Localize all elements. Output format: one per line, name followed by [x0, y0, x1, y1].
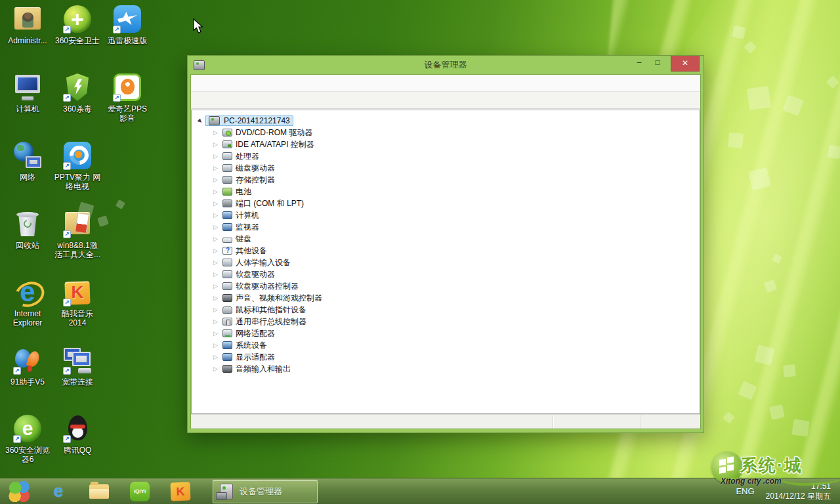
menu-item[interactable] — [220, 81, 233, 86]
language-indicator[interactable]: ENG — [736, 486, 754, 496]
desktop-icon-label: 爱奇艺PPS 影音 — [108, 104, 147, 123]
expander-icon[interactable] — [213, 200, 220, 207]
device-tree-pane[interactable]: PC-201412121743 DVD/CD-ROM 驱动器 IDE ATA/A… — [191, 110, 700, 414]
expander-icon[interactable] — [213, 247, 220, 255]
display-adapter-icon — [222, 353, 232, 361]
desktop-icon[interactable]: K 酷我音乐 2014 — [52, 277, 102, 345]
tree-root-item[interactable]: PC-201412121743 — [192, 115, 700, 127]
taskbar-task-device-manager[interactable]: 设备管理器 — [213, 480, 318, 503]
tree-item[interactable]: 计算机 — [192, 209, 700, 221]
tree-item-label: 其他设备 — [236, 245, 267, 257]
desktop-icon[interactable]: 腾讯QQ — [52, 413, 102, 482]
desktop-icon-label: 迅雷极速版 — [108, 36, 147, 45]
desktop-icon[interactable]: 迅雷极速版 — [102, 4, 152, 72]
desktop-icon[interactable]: 网络 — [3, 140, 52, 209]
expander-icon[interactable] — [213, 188, 220, 196]
expander-icon[interactable] — [213, 330, 220, 337]
tree-item[interactable]: 监视器 — [192, 221, 700, 233]
desktop-icon-label: 腾讯QQ — [64, 446, 92, 455]
expander-icon[interactable] — [213, 318, 220, 326]
tree-item[interactable]: 其他设备 — [192, 245, 700, 257]
expander-icon[interactable] — [213, 283, 220, 290]
broadband-icon — [62, 345, 93, 375]
desktop-icon-label: 360杀毒 — [63, 104, 92, 114]
minimize-button[interactable]: – — [630, 56, 648, 70]
desktop-icon[interactable]: 360杀毒 — [52, 72, 102, 140]
expander-icon[interactable] — [213, 342, 220, 349]
tree-item[interactable]: 系统设备 — [192, 339, 700, 351]
tree-item[interactable]: 处理器 — [192, 150, 700, 162]
storage-controller-icon — [222, 176, 232, 184]
shortcut-arrow-icon — [63, 230, 71, 238]
tree-item[interactable]: DVD/CD-ROM 驱动器 — [192, 127, 700, 138]
desktop-icon[interactable]: + 360安全卫士 — [52, 4, 102, 72]
tree-item[interactable]: 网络适配器 — [192, 327, 700, 339]
desktop-icon-label: 酷我音乐 2014 — [62, 309, 93, 327]
tree-item[interactable]: 通用串行总线控制器 — [192, 316, 700, 327]
explorer-icon — [89, 484, 109, 499]
audio-io-icon — [222, 365, 232, 373]
desktop-icon[interactable]: 计算机 — [3, 72, 52, 140]
expander-icon[interactable] — [213, 366, 220, 373]
tree-item[interactable]: 声音、视频和游戏控制器 — [192, 292, 700, 304]
menu-item[interactable] — [194, 81, 207, 86]
tree-item-label: DVD/CD-ROM 驱动器 — [236, 127, 312, 138]
iqiyi-icon: iQIYI — [130, 482, 150, 501]
menu-item[interactable] — [233, 81, 246, 86]
tree-item[interactable]: 存储控制器 — [192, 174, 700, 186]
desktop-icon[interactable]: 回收站 — [3, 209, 52, 277]
clock[interactable]: 17:51 2014/12/12 星期五 — [762, 482, 835, 501]
shortcut-arrow-icon — [63, 162, 71, 170]
expander-icon[interactable] — [213, 306, 220, 314]
desktop-icon[interactable]: e 360安全浏览 器6 — [3, 413, 52, 482]
quick-launch-button[interactable] — [79, 478, 119, 504]
expander-icon[interactable] — [213, 224, 220, 231]
desktop-icon[interactable]: PPTV聚力 网 络电视 — [52, 140, 102, 209]
expander-icon[interactable] — [213, 236, 220, 243]
confetti-square — [769, 404, 785, 420]
tree-item[interactable]: 人体学输入设备 — [192, 257, 700, 268]
quick-launch-button[interactable]: K — [160, 478, 201, 504]
expander-icon[interactable] — [213, 177, 220, 184]
tree-item[interactable]: 软盘驱动器 — [192, 268, 700, 280]
expander-icon[interactable] — [213, 141, 220, 148]
start-button[interactable] — [0, 478, 38, 504]
expander-icon[interactable] — [213, 259, 220, 266]
expander-icon[interactable] — [213, 129, 220, 136]
desktop-icon[interactable]: 爱奇艺PPS 影音 — [102, 72, 152, 140]
tree-item[interactable]: 磁盘驱动器 — [192, 162, 700, 174]
tree-item[interactable]: 显示适配器 — [192, 351, 700, 363]
desktop-icon[interactable]: win8&8.1激 活工具大全... — [52, 209, 102, 277]
close-button[interactable]: ✕ — [671, 56, 700, 72]
expander-icon[interactable] — [213, 295, 220, 302]
tree-item[interactable]: 软盘驱动器控制器 — [192, 280, 700, 292]
tree-item[interactable]: 鼠标和其他指针设备 — [192, 304, 700, 316]
tree-item[interactable]: 键盘 — [192, 233, 700, 245]
confetti-square — [827, 144, 840, 159]
desktop-icon[interactable]: 91助手V5 — [3, 345, 52, 413]
recycle-bin-icon — [12, 209, 43, 239]
tree-item-label: 计算机 — [236, 210, 259, 221]
tree-item-label: 显示适配器 — [236, 352, 275, 363]
expander-icon[interactable] — [198, 117, 205, 125]
tree-item[interactable]: 电池 — [192, 186, 700, 198]
desktop-icon[interactable]: 宽带连接 — [52, 345, 102, 413]
tree-item[interactable]: 端口 (COM 和 LPT) — [192, 198, 700, 209]
window-titlebar[interactable]: 设备管理器 – □ ✕ — [188, 56, 704, 74]
expander-icon[interactable] — [213, 153, 220, 160]
menu-item[interactable] — [207, 81, 220, 86]
sound-controller-icon — [222, 294, 232, 302]
desktop-icon[interactable]: Administr... — [3, 4, 52, 72]
expander-icon[interactable] — [213, 212, 220, 219]
toolbar-separator — [310, 94, 323, 106]
tree-item[interactable]: IDE ATA/ATAPI 控制器 — [192, 138, 700, 150]
quick-launch-button[interactable]: e — [38, 478, 79, 504]
desktop-icon[interactable]: e Internet Explorer — [3, 277, 52, 345]
expander-icon[interactable] — [213, 271, 220, 278]
monitor-icon — [222, 223, 232, 231]
maximize-button[interactable]: □ — [648, 56, 667, 70]
quick-launch-button[interactable]: iQIYI — [119, 478, 160, 504]
tree-item[interactable]: 音频输入和输出 — [192, 363, 700, 375]
expander-icon[interactable] — [213, 354, 220, 361]
expander-icon[interactable] — [213, 165, 220, 172]
